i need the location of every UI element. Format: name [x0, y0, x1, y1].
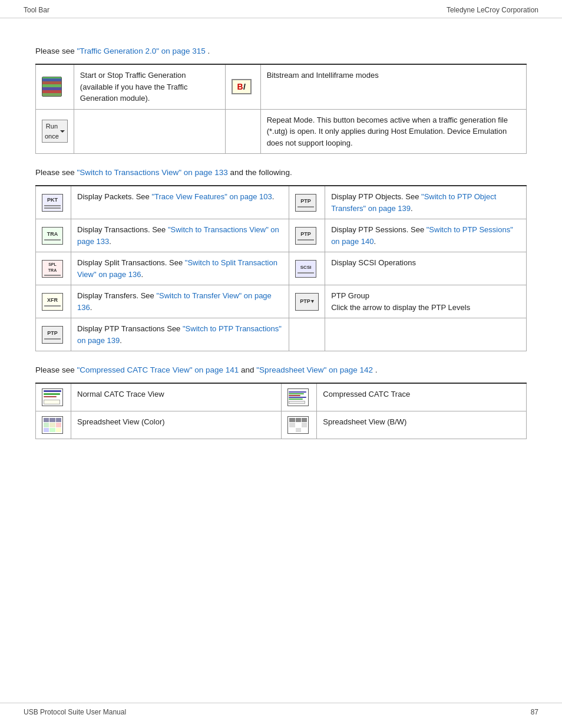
- desc-repeat-mode: Repeat Mode. This button becomes active …: [260, 109, 526, 154]
- scsi-icon: SCSI: [295, 260, 316, 278]
- table-row: XFR Display Transfers. See "Switch to Tr…: [36, 285, 527, 318]
- empty-icon-cell: [225, 109, 260, 154]
- link-transactions[interactable]: "Switch to Transactions View" on page 13…: [77, 225, 279, 246]
- desc-ss-bw: Spreadsheet View (B/W): [317, 411, 527, 439]
- traffic-icon: [42, 77, 62, 97]
- desc-transactions: Display Transactions. See "Switch to Tra…: [71, 219, 289, 252]
- footer-left: USB Protocol Suite User Manual: [24, 708, 126, 716]
- spreadsheet-color-icon: [42, 416, 63, 434]
- arrow-icon: [60, 130, 65, 135]
- desc-ptp-sessions: Display PTP Sessions. See "Switch to PTP…: [325, 219, 527, 252]
- icon-cell-ptp-group: PTP ▾: [289, 285, 325, 318]
- icon-cell-xfr: XFR: [36, 285, 71, 318]
- pkt-icon: PKT: [42, 194, 63, 212]
- ptp-icon-3: PTP: [42, 326, 63, 344]
- table-row: Start or Stop Traffic Generation (availa…: [36, 64, 527, 109]
- table-row: Normal CATC Trace View Compressed CATC T…: [36, 383, 527, 411]
- spreadsheet-bw-icon: [287, 416, 309, 434]
- ptp-icon-1: PTP: [295, 194, 316, 212]
- table1: Start or Stop Traffic Generation (availa…: [35, 64, 527, 154]
- link-transfers[interactable]: "Switch to Transfer View" on page 136: [77, 291, 272, 312]
- link-trace-view[interactable]: "Trace View Features" on page 103: [151, 192, 272, 201]
- table3: Normal CATC Trace View Compressed CATC T…: [35, 383, 527, 439]
- table-row: PKT Display Packets. See "Trace View Fea…: [36, 186, 527, 219]
- page-content: Please see "Traffic Generation 2.0" on p…: [0, 18, 562, 489]
- tra-icon: TRA: [42, 227, 63, 245]
- table-row: SPLTRA Display Split Transactions. See "…: [36, 252, 527, 285]
- desc-ptp-group: PTP GroupClick the arrow to display the …: [325, 285, 527, 318]
- header-right: Teledyne LeCroy Corporation: [447, 6, 538, 14]
- link-ptp-sessions[interactable]: "Switch to PTP Sessions" on page 140: [331, 225, 513, 246]
- spl-icon: SPLTRA: [42, 260, 63, 278]
- desc-bitstream: Bitstream and Intelliframe modes: [260, 64, 526, 109]
- section2-link1[interactable]: "Switch to Transactions View" on page 13…: [77, 168, 228, 177]
- section3-link2[interactable]: "Spreadsheet View" on page 142: [256, 365, 373, 374]
- desc-transfers: Display Transfers. See "Switch to Transf…: [71, 285, 289, 318]
- icon-cell-ss-bw: [282, 411, 317, 439]
- link-ptp-transactions[interactable]: "Switch to PTP Transactions" on page 139: [77, 324, 282, 345]
- desc-empty: [325, 318, 527, 351]
- desc-ptp-transactions: Display PTP Transactions See "Switch to …: [71, 318, 289, 351]
- icon-cell-runonce: Run once: [36, 109, 74, 154]
- icon-cell-ss-color: [36, 411, 71, 439]
- table-row: PTP Display PTP Transactions See "Switch…: [36, 318, 527, 351]
- icon-cell-pkt: PKT: [36, 186, 71, 219]
- section2-please-see: Please see "Switch to Transactions View"…: [35, 168, 527, 177]
- link-split[interactable]: "Switch to Split Transaction View" on pa…: [77, 258, 277, 279]
- icon-cell-ptp1: PTP: [289, 186, 325, 219]
- link-ptp-objects[interactable]: "Switch to PTP Object Transfers" on page…: [331, 192, 496, 213]
- desc-start-stop: Start or Stop Traffic Generation (availa…: [74, 64, 225, 109]
- icon-cell-catc-normal: [36, 383, 71, 411]
- page-header: Tool Bar Teledyne LeCroy Corporation: [0, 0, 562, 18]
- desc-normal-catc: Normal CATC Trace View: [71, 383, 282, 411]
- ptp-icon-2: PTP: [295, 227, 316, 245]
- icon-cell-ptp2: PTP: [289, 219, 325, 252]
- section1-link1[interactable]: "Traffic Generation 2.0" on page 315: [77, 47, 206, 55]
- bi-icon: B I: [232, 79, 252, 94]
- icon-cell-bi: B I: [225, 64, 260, 109]
- header-left: Tool Bar: [24, 6, 49, 14]
- icon-cell-catc-compressed: [282, 383, 317, 411]
- run-once-icon: Run once: [42, 120, 68, 143]
- desc-run-once: [74, 109, 225, 154]
- xfr-icon: XFR: [42, 293, 63, 311]
- icon-cell-empty: [289, 318, 325, 351]
- desc-ptp-objects: Display PTP Objects. See "Switch to PTP …: [325, 186, 527, 219]
- icon-cell-traffic: [36, 64, 74, 109]
- icon-cell-scsi: SCSI: [289, 252, 325, 285]
- catc-compressed-icon: [287, 388, 309, 406]
- page-footer: USB Protocol Suite User Manual 87: [0, 703, 562, 716]
- desc-packets: Display Packets. See "Trace View Feature…: [71, 186, 289, 219]
- table-row: TRA Display Transactions. See "Switch to…: [36, 219, 527, 252]
- icon-cell-spl: SPLTRA: [36, 252, 71, 285]
- desc-ss-color: Spreadsheet View (Color): [71, 411, 282, 439]
- icon-cell-ptp3: PTP: [36, 318, 71, 351]
- section3-please-see: Please see "Compressed CATC Trace View" …: [35, 365, 527, 374]
- table-row: Run once Repeat Mode. This button become…: [36, 109, 527, 154]
- table2: PKT Display Packets. See "Trace View Fea…: [35, 185, 527, 351]
- desc-split: Display Split Transactions. See "Switch …: [71, 252, 289, 285]
- ptp-group-icon: PTP ▾: [295, 293, 319, 311]
- table-row: Spreadsheet View (Color) Spreadshee: [36, 411, 527, 439]
- desc-compressed-catc: Compressed CATC Trace: [317, 383, 527, 411]
- section3-link1[interactable]: "Compressed CATC Trace View" on page 141: [77, 365, 239, 374]
- icon-cell-tra: TRA: [36, 219, 71, 252]
- footer-right: 87: [531, 708, 538, 716]
- desc-scsi: Display SCSI Operations: [325, 252, 527, 285]
- section1-please-see: Please see "Traffic Generation 2.0" on p…: [35, 47, 527, 55]
- catc-normal-icon: [42, 388, 63, 406]
